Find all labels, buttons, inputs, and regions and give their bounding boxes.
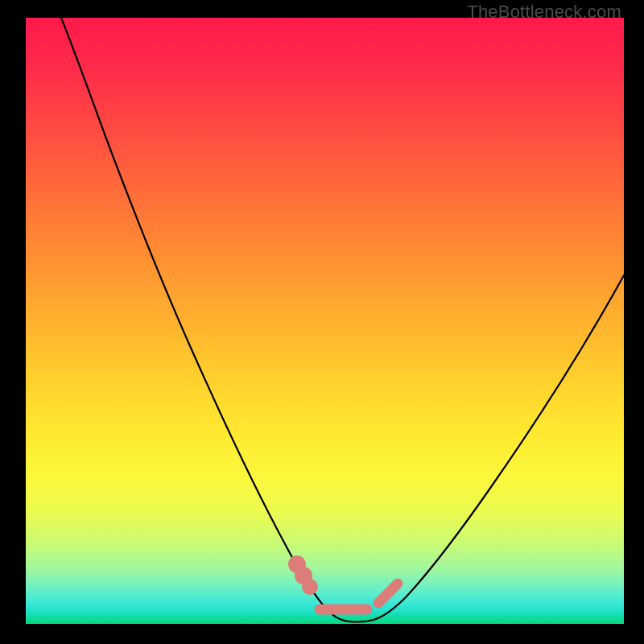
curve-path [61, 18, 624, 622]
accent-dot [306, 583, 314, 591]
accent-capsule-right [378, 584, 398, 603]
plot-area [26, 18, 624, 624]
chart-frame: TheBottleneck.com [0, 0, 644, 644]
accent-markers [293, 560, 398, 610]
accent-dot [299, 572, 308, 580]
bottleneck-curve [26, 18, 624, 624]
